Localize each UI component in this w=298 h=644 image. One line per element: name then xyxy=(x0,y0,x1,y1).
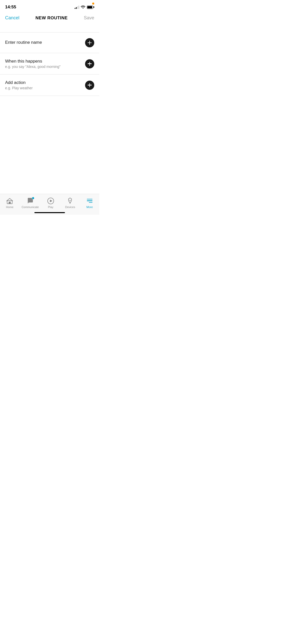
add-action-row[interactable]: Add action e.g. Play weather xyxy=(0,75,99,96)
home-icon xyxy=(6,197,13,204)
add-action-subtitle: e.g. Play weather xyxy=(5,86,85,90)
add-when-happens-button[interactable] xyxy=(85,59,94,68)
devices-icon xyxy=(66,197,74,204)
main-content: Enter routine name When this happens e.g… xyxy=(0,25,99,101)
when-happens-subtitle: e.g. you say "Alexa, good morning" xyxy=(5,65,85,69)
add-action-title: Add action xyxy=(5,80,85,85)
home-indicator xyxy=(34,212,65,213)
tab-more[interactable]: More xyxy=(82,197,97,209)
status-icons xyxy=(75,5,94,9)
svg-rect-1 xyxy=(9,202,11,204)
status-time: 14:55 xyxy=(5,5,16,10)
tab-play-label: Play xyxy=(48,206,53,209)
communicate-badge xyxy=(32,197,34,199)
svg-point-3 xyxy=(70,200,71,201)
tab-home[interactable]: Home xyxy=(2,197,17,209)
when-this-happens-row[interactable]: When this happens e.g. you say "Alexa, g… xyxy=(0,53,99,75)
signal-bars-icon xyxy=(75,5,79,9)
page-title: NEW ROUTINE xyxy=(35,16,67,21)
tab-communicate-label: Communicate xyxy=(22,206,39,209)
more-icon xyxy=(86,197,93,204)
top-nav: Cancel NEW ROUTINE Save xyxy=(0,13,99,25)
save-button[interactable]: Save xyxy=(84,15,94,21)
cancel-button[interactable]: Cancel xyxy=(5,15,19,21)
tab-home-label: Home xyxy=(6,206,13,209)
orange-dot xyxy=(92,3,94,5)
routine-name-label: Enter routine name xyxy=(5,40,85,45)
add-routine-name-button[interactable] xyxy=(85,38,94,47)
when-happens-title: When this happens xyxy=(5,59,85,64)
communicate-icon xyxy=(27,197,34,204)
tab-devices-label: Devices xyxy=(65,206,75,209)
battery-icon xyxy=(87,6,94,9)
tab-bar: Home Communicate Play Dev xyxy=(0,194,99,215)
tab-communicate[interactable]: Communicate xyxy=(22,197,39,209)
tab-more-label: More xyxy=(86,206,93,209)
tab-play[interactable]: Play xyxy=(43,197,58,209)
enter-routine-name-row[interactable]: Enter routine name xyxy=(0,32,99,53)
status-bar: 14:55 xyxy=(0,0,99,13)
wifi-icon xyxy=(81,5,85,9)
svg-rect-4 xyxy=(70,202,71,203)
add-action-button[interactable] xyxy=(85,81,94,90)
play-icon xyxy=(47,197,54,204)
tab-devices[interactable]: Devices xyxy=(62,197,78,209)
